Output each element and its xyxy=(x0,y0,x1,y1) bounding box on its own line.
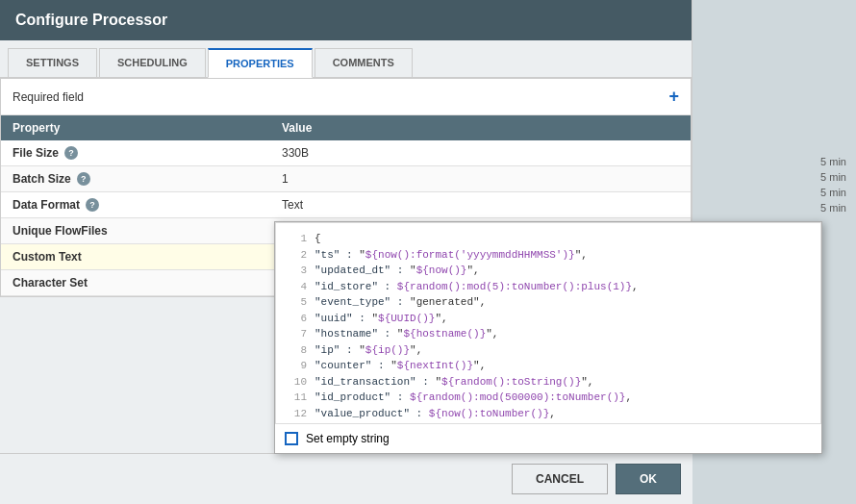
table-header: Property Value xyxy=(1,115,691,140)
col-property-header: Property xyxy=(13,121,282,135)
sidebar-entry: 5 min xyxy=(820,185,846,200)
text-editor-popup: 1{2"ts" : "${now():format('yyyymmddHHMMS… xyxy=(274,221,822,454)
set-empty-row: Set empty string xyxy=(275,424,821,453)
col-value-header: Value xyxy=(282,121,679,135)
code-line: 2"ts" : "${now():format('yyyymmddHHMMSS'… xyxy=(284,247,813,264)
property-name-filesize: File Size ? xyxy=(13,146,282,160)
info-icon-dataformat[interactable]: ? xyxy=(86,198,99,212)
line-number: 10 xyxy=(284,374,307,391)
value-filesize: 330B xyxy=(282,146,679,160)
info-icon-filesize[interactable]: ? xyxy=(64,146,78,160)
ok-button[interactable]: OK xyxy=(616,464,681,494)
code-content: "id_product" : ${random():mod(500000):to… xyxy=(315,390,632,406)
property-name-batchsize: Batch Size ? xyxy=(13,172,282,186)
line-number: 5 xyxy=(284,294,307,311)
line-number: 11 xyxy=(284,390,307,406)
code-line: 5"event_type" : "generated", xyxy=(284,294,813,311)
set-empty-label: Set empty string xyxy=(306,432,390,445)
code-line: 10"id_transaction" : "${random():toStrin… xyxy=(284,374,813,391)
code-content: { xyxy=(315,231,321,247)
table-row: Data Format ? Text xyxy=(1,192,691,218)
code-line: 6"uuid" : "${UUID()}", xyxy=(284,311,813,327)
tab-scheduling[interactable]: SCHEDULING xyxy=(99,48,206,77)
add-property-button[interactable]: + xyxy=(668,87,679,107)
code-line: 8"ip" : "${ip()}", xyxy=(284,342,813,359)
tab-settings[interactable]: SETTINGS xyxy=(8,48,97,77)
line-number: 9 xyxy=(284,358,307,374)
code-line: 11"id_product" : ${random():mod(500000):… xyxy=(284,390,813,406)
code-content: "event_type" : "generated", xyxy=(315,294,486,311)
code-content: "updated_dt" : "${now()}", xyxy=(315,263,480,279)
value-batchsize: 1 xyxy=(282,172,679,186)
value-dataformat: Text xyxy=(282,198,679,212)
property-name-uniqueflowfiles: Unique FlowFiles xyxy=(13,224,282,238)
set-empty-checkbox[interactable] xyxy=(285,432,298,445)
line-number: 12 xyxy=(284,406,307,422)
code-line: 9"counter" : "${nextInt()}", xyxy=(284,358,813,374)
line-number: 1 xyxy=(284,231,307,247)
code-content: "counter" : "${nextInt()}", xyxy=(315,358,486,374)
property-name-dataformat: Data Format ? xyxy=(13,198,282,212)
line-number: 8 xyxy=(284,342,307,359)
sidebar-entry: 5 min xyxy=(820,200,846,215)
sidebar-entry: 5 min xyxy=(820,154,846,169)
code-content: "ts" : "${now():format('yyyymmddHHMMSS')… xyxy=(315,247,588,264)
dialog-title: Configure Processor xyxy=(0,0,692,40)
code-line: 4"id_store" : ${random():mod(5):toNumber… xyxy=(284,279,813,295)
code-content: "ip" : "${ip()}", xyxy=(315,342,422,359)
property-name-charset: Character Set xyxy=(13,276,282,290)
line-number: 6 xyxy=(284,311,307,327)
cancel-button[interactable]: CANCEL xyxy=(512,464,608,494)
info-icon-batchsize[interactable]: ? xyxy=(77,172,90,186)
code-line: 7"hostname" : "${hostname()}", xyxy=(284,326,813,342)
code-line: 1{ xyxy=(284,231,813,247)
code-content: "uuid" : "${UUID()}", xyxy=(315,311,448,327)
property-name-customtext: Custom Text xyxy=(13,250,282,264)
code-line: 3"updated_dt" : "${now()}", xyxy=(284,263,813,279)
tabs-bar: SETTINGS SCHEDULING PROPERTIES COMMENTS xyxy=(0,40,692,78)
required-field-bar: Required field + xyxy=(1,79,691,115)
code-content: "id_store" : ${random():mod(5):toNumber(… xyxy=(315,279,639,295)
table-row: Batch Size ? 1 xyxy=(1,166,691,192)
tab-comments[interactable]: COMMENTS xyxy=(315,48,413,77)
line-number: 7 xyxy=(284,326,307,342)
required-field-label: Required field xyxy=(13,90,84,104)
code-content: "hostname" : "${hostname()}", xyxy=(315,326,498,342)
code-content: "value_product" : ${now():toNumber()}, xyxy=(315,406,556,422)
code-editor[interactable]: 1{2"ts" : "${now():format('yyyymmddHHMMS… xyxy=(275,222,821,424)
tab-properties[interactable]: PROPERTIES xyxy=(208,48,313,78)
dialog-footer: CANCEL OK xyxy=(0,453,692,504)
code-line: 12"value_product" : ${now():toNumber()}, xyxy=(284,406,813,422)
sidebar-entry: 5 min xyxy=(820,169,846,185)
line-number: 3 xyxy=(284,263,307,279)
code-content: "id_transaction" : "${random():toString(… xyxy=(315,374,593,391)
table-row: File Size ? 330B xyxy=(1,140,691,166)
line-number: 4 xyxy=(284,279,307,295)
line-number: 2 xyxy=(284,247,307,264)
